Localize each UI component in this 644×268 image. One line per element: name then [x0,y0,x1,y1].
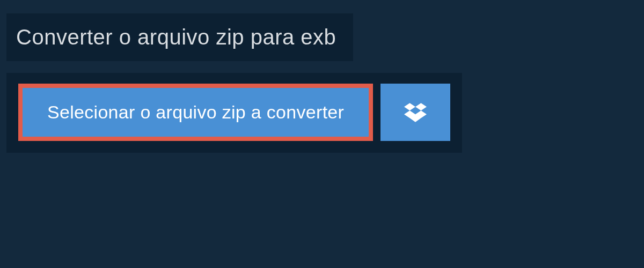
page-title: Converter o arquivo zip para exb [16,25,336,49]
select-file-button[interactable]: Selecionar o arquivo zip a converter [18,84,373,141]
title-panel: Converter o arquivo zip para exb [6,13,353,61]
page-container: Converter o arquivo zip para exb Selecio… [0,0,644,153]
dropbox-button[interactable] [380,84,450,141]
action-panel: Selecionar o arquivo zip a converter [6,73,462,153]
dropbox-icon [404,102,427,123]
